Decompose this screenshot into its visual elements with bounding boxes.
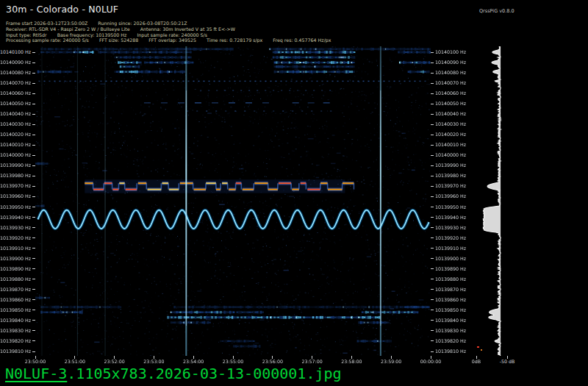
freq-label-left: 10139860 Hz (0, 297, 31, 303)
freq-tick-left (32, 83, 35, 84)
freq-tick-left (32, 155, 35, 156)
db-label: -50 dB (500, 359, 515, 364)
grab-filename-link[interactable]: N0LUF-3 (5, 365, 67, 382)
freq-label-left: 10140090 Hz (0, 60, 31, 65)
freq-label-right: 10139830 Hz (435, 328, 466, 334)
freq-tick-right (431, 299, 434, 300)
freq-label-right: 10140030 Hz (435, 121, 466, 127)
freq-tick-left (32, 258, 35, 259)
freq-label-left: 10139850 Hz (0, 307, 31, 313)
time-label: 23:52:00 (104, 359, 124, 364)
freq-tick-left (32, 248, 35, 249)
freq-tick-left (32, 320, 35, 321)
freq-tick-left (32, 330, 35, 331)
time-label: 23:55:00 (223, 359, 243, 364)
time-label: 23:57:00 (301, 359, 322, 364)
time-label: 23:58:00 (341, 359, 362, 364)
freq-label-right: 10139890 Hz (435, 266, 466, 272)
freq-label-right: 10139970 Hz (435, 183, 466, 189)
info-line: Processing sample rate: 240000 S/sFFT si… (6, 37, 342, 43)
time-label: 23:54:00 (183, 359, 204, 364)
freq-label-left: 10140050 Hz (0, 101, 31, 107)
freq-tick-right (431, 310, 434, 310)
freq-tick-right (431, 196, 434, 197)
info-segment: Base frequency: 10139500 Hz (57, 32, 127, 37)
freq-tick-right (431, 62, 434, 63)
info-segment: Input sample rate: 240000 S/s (137, 32, 207, 37)
freq-tick-right (431, 83, 434, 84)
freq-label-left: 10139890 Hz (0, 266, 31, 272)
freq-tick-left (32, 196, 35, 197)
freq-tick-right (431, 93, 434, 94)
freq-tick-right (431, 114, 434, 115)
freq-label-left: 10140080 Hz (0, 70, 31, 76)
freq-label-right: 10139920 Hz (435, 235, 466, 241)
freq-label-left: 10139990 Hz (0, 162, 31, 168)
freq-tick-right (431, 145, 434, 146)
freq-tick-left (32, 237, 35, 238)
freq-label-right: 10139820 Hz (435, 338, 466, 344)
freq-label-right: 10140010 Hz (435, 142, 466, 148)
freq-tick-right (431, 268, 434, 269)
freq-label-left: 10139810 Hz (0, 349, 31, 354)
grab-filename-rest: .1105x783.2026-03-13-000001.jpg (67, 365, 341, 382)
freq-label-right: 10140080 Hz (435, 70, 466, 76)
freq-label-right: 10139930 Hz (435, 225, 466, 231)
freq-label-left: 10140000 Hz (0, 152, 31, 158)
grabber-title: 30m - Colorado - N0LUF (6, 4, 118, 15)
info-segment: Receiver: RTL-SDR V4 - Raspi Zero 2 W / … (6, 26, 130, 32)
freq-tick-right (431, 176, 434, 176)
freq-label-left: 10139870 Hz (0, 287, 31, 293)
freq-tick-right (431, 165, 434, 166)
freq-tick-right (431, 279, 434, 279)
info-segment: FFT size: 524288 (99, 37, 138, 43)
info-segment: Antenna: 30m Inverted V at 35 ft E<->W (140, 26, 235, 32)
freq-label-left: 10140070 Hz (0, 80, 31, 86)
freq-label-left: 10139910 Hz (0, 246, 31, 251)
freq-tick-right (431, 104, 434, 104)
freq-tick-left (32, 165, 35, 166)
freq-tick-right (431, 217, 434, 218)
freq-tick-left (32, 351, 35, 352)
freq-tick-right (431, 248, 434, 249)
freq-tick-right (431, 186, 434, 187)
info-line: Receiver: RTL-SDR V4 - Raspi Zero 2 W / … (6, 26, 342, 32)
freq-label-left: 10139980 Hz (0, 173, 31, 179)
info-segment: Time res: 0.728179 s/px (207, 37, 262, 43)
freq-label-left: 10139970 Hz (0, 183, 31, 189)
freq-tick-right (431, 340, 434, 341)
freq-tick-left (32, 104, 35, 104)
db-label: 0dB (472, 359, 481, 364)
freq-label-right: 10139980 Hz (435, 173, 466, 179)
freq-label-left: 10140010 Hz (0, 142, 31, 148)
time-label: 23:50:00 (25, 359, 46, 364)
freq-tick-left (32, 62, 35, 63)
freq-tick-right (431, 258, 434, 259)
freq-label-right: 10140000 Hz (435, 152, 466, 158)
info-segment: Running since: 2026-03-08T20:50:21Z (98, 21, 187, 26)
app-version: QrssPiG v0.8.0 (479, 8, 514, 14)
freq-label-left: 10140020 Hz (0, 132, 31, 137)
freq-tick-left (32, 135, 35, 135)
freq-tick-right (431, 289, 434, 290)
freq-label-right: 10139900 Hz (435, 256, 466, 262)
freq-label-right: 10140020 Hz (435, 132, 466, 137)
info-segment: Freq res: 0.457764 Hz/px (273, 37, 331, 43)
spectrum-plot (474, 46, 518, 356)
freq-label-right: 10139870 Hz (435, 287, 466, 293)
freq-tick-left (32, 114, 35, 115)
freq-label-left: 10140060 Hz (0, 90, 31, 96)
time-label: 23:51:00 (65, 359, 85, 364)
freq-label-right: 10140090 Hz (435, 60, 466, 65)
freq-label-right: 10139840 Hz (435, 318, 466, 324)
freq-label-right: 10139990 Hz (435, 162, 466, 168)
freq-tick-left (32, 299, 35, 300)
freq-tick-right (431, 227, 434, 228)
info-segment: Processing sample rate: 240000 S/s (6, 37, 89, 43)
qrsspig-grabber-page: 30m - Colorado - N0LUF QrssPiG v0.8.0 Fr… (0, 0, 588, 386)
freq-label-right: 10140050 Hz (435, 101, 466, 107)
freq-tick-left (32, 145, 35, 146)
freq-tick-left (32, 227, 35, 228)
freq-label-right: 10140060 Hz (435, 90, 466, 96)
freq-tick-right (431, 52, 434, 53)
